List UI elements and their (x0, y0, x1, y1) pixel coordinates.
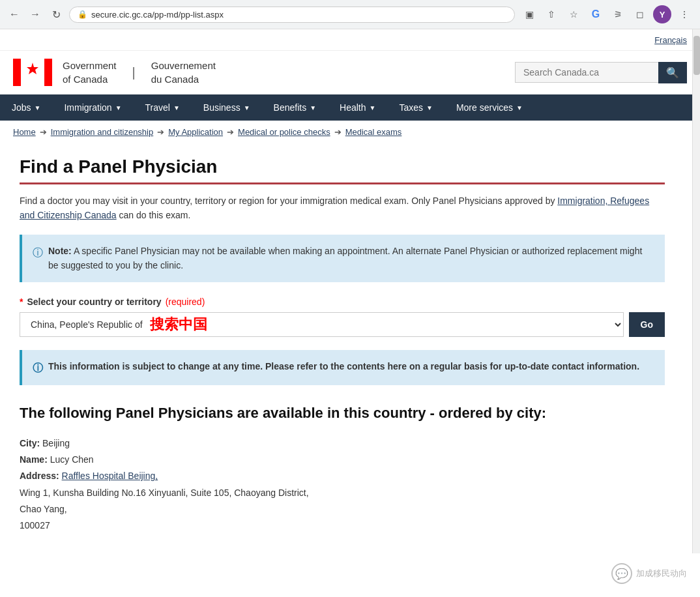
gov-name-fr-text: Gouvernement du Canada (151, 59, 216, 86)
breadcrumb-arrow-2: ➔ (157, 127, 164, 137)
nav-business[interactable]: Business ▼ (192, 95, 262, 121)
extensions-icon[interactable]: ⚞ (609, 5, 627, 23)
canada-flag (13, 59, 52, 86)
scrollbar[interactable] (692, 29, 700, 553)
note-label: Note: (48, 246, 72, 256)
select-label: * Select your country or territory (requ… (20, 297, 665, 307)
french-link[interactable]: Français (654, 35, 687, 45)
lock-icon: 🔒 (78, 10, 87, 19)
address-line3: Chao Yang, (20, 501, 665, 517)
note-info-icon: ⓘ (33, 244, 43, 261)
scrollbar-thumb[interactable] (693, 36, 700, 75)
nav-taxes[interactable]: Taxes ▼ (387, 95, 444, 121)
content-area: Find a Panel Physician Find a doctor you… (0, 143, 684, 553)
breadcrumb-immigration[interactable]: Immigration and citizenship (51, 127, 154, 137)
address-line1[interactable]: Raffles Hospital Beijing, (62, 471, 158, 481)
name-divider: | (132, 65, 136, 80)
results-title: The following Panel Physicians are avail… (20, 403, 665, 424)
info-box-icon: ⓘ (33, 360, 43, 377)
city-row: City: Beijing (20, 435, 665, 452)
menu-icon[interactable]: ⋮ (675, 5, 693, 23)
gov-name-fr: Gouvernement du Canada (151, 59, 216, 86)
title-underline (20, 182, 665, 184)
address-label: Address: (20, 471, 59, 481)
main-nav: Jobs ▼ Immigration ▼ Travel ▼ Business ▼… (0, 95, 700, 121)
nav-health[interactable]: Health ▼ (328, 95, 387, 121)
site-header: Government of Canada | Gouvernement du C… (0, 51, 700, 95)
info-text: This information is subject to change at… (48, 361, 639, 371)
breadcrumb-arrow-1: ➔ (40, 127, 47, 137)
reload-button[interactable]: ↻ (48, 7, 64, 22)
gov-name-en-text: Government of Canada (63, 59, 117, 86)
address-line2: Wing 1, Kunsha Building No.16 Xinyuanli,… (20, 485, 665, 501)
breadcrumb-police-checks[interactable]: Medical or police checks (238, 127, 330, 137)
back-button[interactable]: ← (7, 7, 22, 22)
travel-arrow-icon: ▼ (173, 104, 180, 111)
health-arrow-icon: ▼ (370, 104, 376, 111)
browser-actions: ▣ ⇧ ☆ G ⚞ ◻ Y ⋮ (520, 5, 693, 23)
page-wrapper: Français Government (0, 29, 700, 553)
breadcrumb-arrow-3: ➔ (227, 127, 234, 137)
select-row: China, People's Republic of 搜索中国 Go (20, 312, 665, 337)
more-services-arrow-icon: ▼ (516, 104, 523, 111)
address-line4: 100027 (20, 517, 665, 534)
note-text: A specific Panel Physician may not be av… (48, 246, 642, 270)
go-button[interactable]: Go (629, 312, 665, 337)
bookmark-icon[interactable]: ☆ (564, 5, 583, 23)
search-input[interactable] (515, 62, 658, 83)
business-arrow-icon: ▼ (244, 104, 250, 111)
breadcrumb-my-application[interactable]: My Application (168, 127, 223, 137)
city-value: Beijing (42, 438, 70, 448)
note-box: ⓘ Note: A specific Panel Physician may n… (20, 235, 665, 282)
screenshot-icon[interactable]: ▣ (520, 5, 538, 23)
gov-name-en: Government of Canada (63, 59, 117, 86)
share-icon[interactable]: ⇧ (542, 5, 561, 23)
address-bar[interactable]: 🔒 secure.cic.gc.ca/pp-md/pp-list.aspx (69, 7, 515, 23)
profile-icon[interactable]: Y (653, 5, 671, 23)
google-icon[interactable]: G (587, 5, 605, 23)
search-button[interactable]: 🔍 (658, 62, 687, 83)
page-title: Find a Panel Physician (20, 156, 665, 177)
breadcrumb-medical-exams[interactable]: Medical exams (345, 127, 402, 137)
nav-travel[interactable]: Travel ▼ (134, 95, 192, 121)
note-content: Note: A specific Panel Physician may not… (48, 244, 654, 273)
name-label: Name: (20, 454, 48, 465)
physician-entry: City: Beijing Name: Lucy Chen Address: R… (20, 435, 665, 534)
main-content: Français Government (0, 29, 700, 553)
breadcrumb-arrow-4: ➔ (334, 127, 342, 137)
address-row: Address: Raffles Hospital Beijing, (20, 468, 665, 484)
svg-rect-0 (13, 59, 21, 86)
benefits-arrow-icon: ▼ (310, 104, 316, 111)
breadcrumb-home[interactable]: Home (13, 127, 36, 137)
svg-rect-2 (44, 59, 52, 86)
nav-benefits[interactable]: Benefits ▼ (262, 95, 328, 121)
info-box-content: This information is subject to change at… (48, 359, 639, 373)
info-box: ⓘ This information is subject to change … (20, 350, 665, 386)
browser-chrome: ← → ↻ 🔒 secure.cic.gc.ca/pp-md/pp-list.a… (0, 0, 700, 29)
city-label: City: (20, 438, 40, 448)
name-value: Lucy Chen (50, 454, 94, 465)
country-select[interactable]: China, People's Republic of (20, 312, 624, 337)
utility-bar: Français (0, 29, 700, 51)
immigration-arrow-icon: ▼ (115, 104, 122, 111)
nav-more-services[interactable]: More services ▼ (445, 95, 534, 121)
required-star: * (20, 297, 23, 307)
select-label-text: Select your country or territory (27, 297, 161, 307)
name-row: Name: Lucy Chen (20, 452, 665, 468)
forward-button[interactable]: → (27, 7, 43, 22)
page-description: Find a doctor you may visit in your coun… (20, 194, 665, 223)
url-text: secure.cic.gc.ca/pp-md/pp-list.aspx (91, 10, 224, 20)
required-text: (required) (166, 297, 205, 307)
search-area: 🔍 (515, 62, 687, 83)
nav-jobs[interactable]: Jobs ▼ (0, 95, 52, 121)
logo-area: Government of Canada | Gouvernement du C… (13, 59, 216, 86)
ircc-link[interactable]: Immigration, Refugees and Citizenship Ca… (20, 196, 649, 220)
nav-immigration[interactable]: Immigration ▼ (52, 95, 133, 121)
window-icon[interactable]: ◻ (631, 5, 649, 23)
breadcrumb: Home ➔ Immigration and citizenship ➔ My … (0, 121, 700, 143)
taxes-arrow-icon: ▼ (426, 104, 433, 111)
jobs-arrow-icon: ▼ (35, 104, 41, 111)
